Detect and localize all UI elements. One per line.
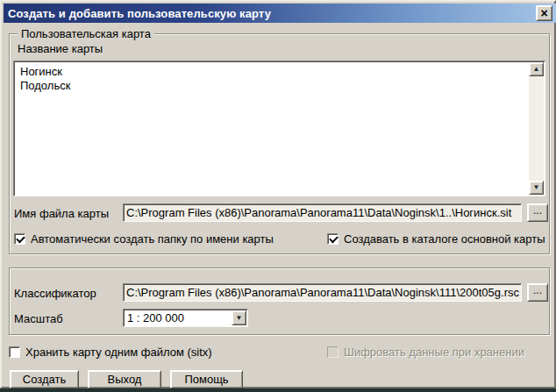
encrypt-checkbox: Шифровать данные при хранении (327, 346, 524, 358)
scroll-up-icon: ▲ (533, 66, 540, 73)
checkbox-box (14, 233, 25, 245)
map-file-browse-button[interactable]: ... (527, 203, 548, 222)
scroll-down-icon: ▼ (533, 184, 540, 191)
single-file-checkbox[interactable]: Хранить карту одним файлом (sitx) (9, 346, 212, 358)
single-file-checkbox-label: Хранить карту одним файлом (sitx) (25, 346, 212, 359)
main-dir-checkbox-label: Создавать в каталоге основной карты (344, 232, 545, 246)
main-dir-checkbox[interactable]: Создавать в каталоге основной карты (327, 232, 545, 245)
scale-dropdown-button[interactable]: ▼ (232, 310, 246, 325)
auto-folder-checkbox-label: Автоматически создать папку по имени кар… (31, 232, 274, 246)
checkbox-box (327, 346, 339, 358)
classifier-browse-button[interactable]: ... (527, 283, 548, 302)
list-item-noginsk[interactable]: Ногинск (20, 65, 528, 79)
dialog-body: Создать и добавить пользовательскую карт… (0, 0, 556, 388)
exit-button[interactable]: Выход (88, 370, 161, 388)
checkmark-icon (16, 233, 25, 243)
window-title: Создать и добавить пользовательскую карт… (4, 7, 271, 20)
chevron-down-icon: ▼ (236, 315, 243, 322)
map-file-input[interactable]: C:\Program Files (x86)\Panorama\Panorama… (123, 203, 522, 222)
map-name-label: Название карты (18, 42, 103, 56)
scroll-down-button[interactable]: ▼ (529, 181, 544, 195)
checkbox-box (327, 233, 339, 245)
map-name-listbox[interactable]: Ногинск Подольск ▲ ▼ (13, 61, 545, 196)
map-file-label: Имя файла карты (14, 207, 109, 221)
title-bar[interactable]: Создать и добавить пользовательскую карт… (4, 4, 556, 23)
classifier-input[interactable]: C:\Program Files (x86)\Panorama\Panorama… (123, 283, 522, 302)
checkbox-box (9, 346, 20, 358)
group-user-map-title: Пользовательская карта (18, 27, 154, 40)
auto-folder-checkbox[interactable]: Автоматически создать папку по имени кар… (14, 232, 274, 245)
create-button[interactable]: Создать (10, 370, 79, 388)
scroll-up-button[interactable]: ▲ (529, 62, 544, 76)
help-button[interactable]: Помощь (170, 370, 243, 388)
vertical-scrollbar[interactable]: ▲ ▼ (529, 62, 544, 195)
list-item-podolsk[interactable]: Подольск (20, 79, 528, 93)
checkmark-icon (329, 233, 339, 243)
desktop-background-strip (0, 388, 556, 392)
encrypt-checkbox-label: Шифровать данные при хранении (344, 346, 524, 359)
classifier-label: Классификатор (14, 287, 96, 301)
dialog-window: Создать и добавить пользовательскую карт… (0, 0, 556, 392)
scale-label: Масштаб (14, 312, 63, 326)
close-button[interactable]: × (536, 5, 552, 21)
close-icon: × (540, 6, 547, 20)
scale-value: 1 : 200 000 (127, 311, 184, 325)
scale-combobox[interactable]: 1 : 200 000 ▼ (123, 309, 248, 327)
map-name-list: Ногинск Подольск (16, 63, 528, 194)
